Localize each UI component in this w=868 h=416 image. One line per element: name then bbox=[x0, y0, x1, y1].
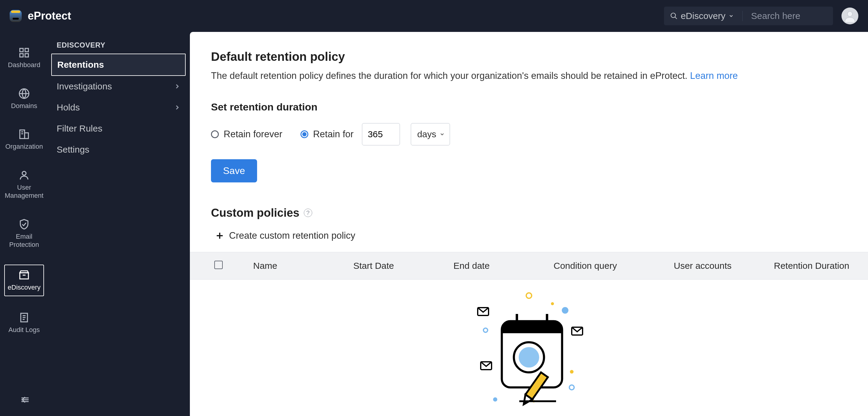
page-title: Default retention policy bbox=[211, 50, 847, 64]
plus-icon bbox=[215, 231, 224, 240]
subnav-item-label: Investigations bbox=[57, 81, 112, 92]
unit-label: days bbox=[417, 129, 436, 139]
col-condition-query: Condition query bbox=[548, 261, 668, 271]
svg-point-25 bbox=[526, 293, 532, 298]
subnav-item-filter-rules[interactable]: Filter Rules bbox=[48, 118, 190, 139]
building-icon bbox=[19, 129, 30, 140]
subnav-item-holds[interactable]: Holds bbox=[48, 97, 190, 118]
svg-point-27 bbox=[562, 307, 568, 314]
grid-icon bbox=[19, 47, 30, 59]
svg-rect-5 bbox=[20, 54, 23, 57]
svg-point-26 bbox=[551, 302, 554, 305]
col-start-date: Start Date bbox=[347, 261, 447, 271]
brand-name: eProtect bbox=[28, 10, 71, 22]
empty-state-illustration bbox=[190, 280, 868, 409]
select-all-checkbox[interactable] bbox=[214, 261, 223, 269]
subnav-item-settings[interactable]: Settings bbox=[48, 139, 190, 160]
retention-value-input[interactable] bbox=[362, 123, 400, 145]
custom-policies-title: Custom policies bbox=[211, 207, 300, 219]
set-duration-heading: Set retention duration bbox=[211, 101, 847, 113]
radio-label: Retain for bbox=[313, 129, 353, 140]
svg-point-13 bbox=[22, 171, 26, 175]
learn-more-link[interactable]: Learn more bbox=[690, 70, 738, 81]
col-end-date: End date bbox=[447, 261, 548, 271]
brand-logo-icon bbox=[10, 10, 22, 22]
svg-point-31 bbox=[493, 397, 497, 402]
search-scope-label: eDiscovery bbox=[681, 11, 725, 21]
create-policy-label: Create custom retention policy bbox=[229, 230, 355, 241]
col-retention-duration: Retention Duration bbox=[768, 261, 868, 271]
svg-rect-3 bbox=[20, 48, 23, 52]
content: Default retention policy The default ret… bbox=[190, 32, 868, 416]
iconbar-label: eDiscovery bbox=[8, 283, 41, 292]
svg-point-2 bbox=[847, 11, 852, 16]
table-header: Name Start Date End date Condition query… bbox=[190, 252, 868, 280]
collapse-sidebar-button[interactable] bbox=[0, 394, 48, 405]
policies-table: Name Start Date End date Condition query… bbox=[190, 252, 868, 409]
page-description: The default retention policy defines the… bbox=[211, 69, 847, 83]
svg-rect-4 bbox=[25, 48, 28, 52]
svg-point-0 bbox=[671, 13, 675, 18]
user-icon bbox=[844, 10, 856, 22]
radio-icon bbox=[211, 130, 219, 138]
subnav-item-retentions[interactable]: Retentions bbox=[51, 54, 186, 76]
iconbar: Dashboard Domains Organization User Mana… bbox=[0, 32, 48, 416]
avatar[interactable] bbox=[841, 7, 858, 24]
iconbar-label: Organization bbox=[5, 142, 43, 151]
iconbar-item-domains[interactable]: Domains bbox=[9, 85, 39, 113]
chevron-down-icon bbox=[439, 132, 445, 137]
radio-icon bbox=[301, 130, 308, 138]
col-user-accounts: User accounts bbox=[668, 261, 768, 271]
search-area[interactable]: eDiscovery bbox=[664, 7, 833, 25]
svg-rect-10 bbox=[25, 133, 29, 138]
layout: Dashboard Domains Organization User Mana… bbox=[0, 32, 868, 416]
iconbar-label: Dashboard bbox=[8, 61, 40, 69]
retention-radio-group: Retain forever Retain for days bbox=[211, 123, 847, 145]
svg-point-29 bbox=[570, 370, 574, 374]
brand: eProtect bbox=[10, 10, 71, 22]
iconbar-item-email-protection[interactable]: Email Protection bbox=[7, 215, 41, 252]
subnav: EDISCOVERY Retentions Investigations Hol… bbox=[48, 32, 190, 416]
svg-point-41 bbox=[519, 347, 539, 368]
retention-unit-select[interactable]: days bbox=[411, 123, 450, 145]
chevron-right-icon bbox=[174, 83, 181, 90]
description-text: The default retention policy defines the… bbox=[211, 70, 690, 81]
subnav-item-label: Holds bbox=[57, 102, 80, 112]
svg-rect-14 bbox=[20, 273, 29, 279]
iconbar-label: Email Protection bbox=[9, 232, 39, 249]
iconbar-label: Audit Logs bbox=[8, 326, 40, 334]
collapse-icon bbox=[19, 394, 30, 405]
subnav-item-label: Filter Rules bbox=[57, 124, 102, 134]
archive-icon bbox=[19, 269, 30, 281]
chevron-right-icon bbox=[174, 104, 181, 111]
select-all-cell bbox=[190, 261, 247, 271]
help-icon[interactable]: ? bbox=[304, 209, 312, 217]
search-input[interactable] bbox=[743, 11, 827, 21]
iconbar-item-dashboard[interactable]: Dashboard bbox=[6, 44, 42, 72]
svg-point-30 bbox=[569, 385, 574, 390]
shield-icon bbox=[19, 218, 30, 230]
save-button[interactable]: Save bbox=[211, 159, 257, 182]
custom-policies-heading: Custom policies ? bbox=[211, 207, 847, 219]
search-scope-dropdown[interactable]: eDiscovery bbox=[670, 11, 743, 21]
subnav-item-investigations[interactable]: Investigations bbox=[48, 76, 190, 97]
chevron-down-icon bbox=[728, 13, 734, 19]
globe-icon bbox=[19, 88, 30, 99]
col-name: Name bbox=[247, 261, 347, 271]
iconbar-item-audit-logs[interactable]: Audit Logs bbox=[7, 309, 41, 337]
iconbar-item-organization[interactable]: Organization bbox=[4, 126, 45, 154]
retain-for-radio[interactable]: Retain for days bbox=[301, 123, 450, 145]
svg-rect-6 bbox=[25, 54, 28, 57]
iconbar-label: Domains bbox=[11, 102, 37, 110]
create-policy-button[interactable]: Create custom retention policy bbox=[211, 230, 847, 241]
clipboard-icon bbox=[19, 312, 30, 323]
user-icon bbox=[19, 170, 30, 181]
svg-point-28 bbox=[484, 328, 488, 332]
iconbar-item-user-management[interactable]: User Management bbox=[3, 167, 45, 203]
topbar: eProtect eDiscovery bbox=[0, 0, 868, 32]
topbar-right: eDiscovery bbox=[664, 7, 858, 25]
subnav-title: EDISCOVERY bbox=[48, 41, 190, 54]
iconbar-item-ediscovery[interactable]: eDiscovery bbox=[4, 265, 44, 297]
retain-forever-radio[interactable]: Retain forever bbox=[211, 129, 282, 140]
subnav-item-label: Retentions bbox=[57, 60, 104, 70]
